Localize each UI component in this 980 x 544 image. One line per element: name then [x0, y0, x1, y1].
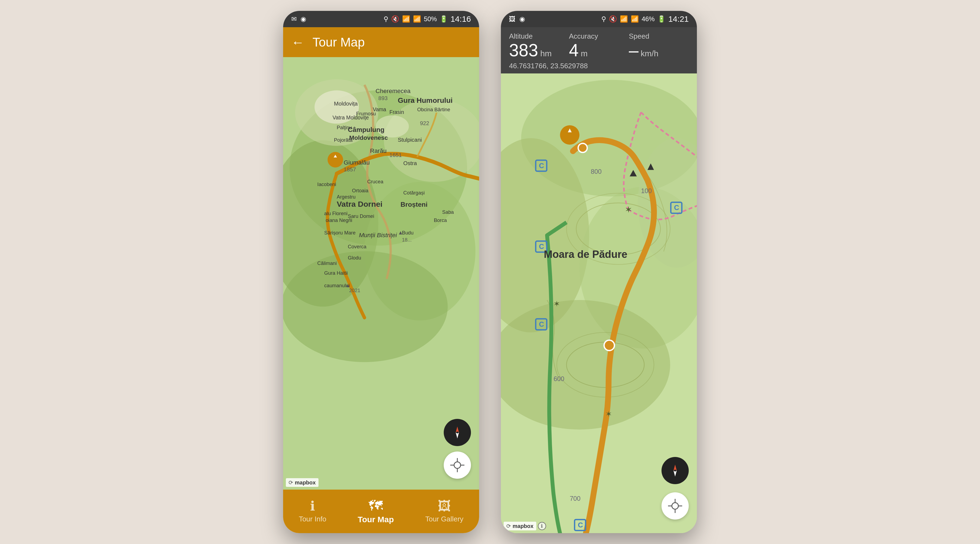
time-left: 14:16 [450, 14, 471, 24]
svg-text:Cheremecea: Cheremecea [375, 88, 411, 95]
svg-text:Rarău: Rarău [370, 147, 387, 154]
nav-item-tour-gallery[interactable]: 🖼 Tour Gallery [425, 500, 463, 523]
wifi-icon-r: 📶 [620, 15, 628, 23]
svg-text:✶: ✶ [605, 410, 612, 418]
svg-text:100: 100 [641, 187, 652, 195]
locate-button-right[interactable] [662, 492, 689, 520]
status-icons-left: ✉ ◉ [291, 15, 306, 23]
svg-text:C: C [539, 162, 544, 170]
signal-icon-r: 📶 [631, 15, 639, 23]
altitude-number: 383 [509, 41, 538, 59]
svg-text:Saba: Saba [442, 209, 454, 215]
accuracy-unit: m [581, 49, 588, 58]
svg-text:✶: ✶ [625, 205, 632, 215]
app-header-left: ← Tour Map [283, 27, 479, 57]
svg-text:1651: 1651 [390, 152, 402, 158]
accuracy-col: Accuracy 4 m [569, 32, 629, 59]
svg-text:922: 922 [420, 120, 429, 126]
profile-icon-r: ◉ [519, 15, 525, 23]
wifi-icon: 📶 [402, 15, 410, 23]
battery-icon-r: 🔋 [657, 15, 666, 23]
svg-text:Gura Haitii: Gura Haitii [324, 270, 348, 276]
location-icon: ⚲ [383, 15, 388, 23]
mapbox-attribution-left: ⟳ mapbox [286, 478, 318, 487]
svg-text:Ortoaia: Ortoaia [352, 188, 369, 193]
svg-text:Sărișoru Mare: Sărișoru Mare [324, 230, 356, 236]
svg-text:Moldovița: Moldovița [334, 101, 358, 106]
status-bar-left: ✉ ◉ ⚲ 🔇 📶 📶 50% 🔋 14:16 [283, 11, 479, 27]
svg-text:C: C [539, 243, 544, 251]
battery-pct-r: 46% [642, 15, 655, 23]
svg-text:alu Floreni: alu Floreni [324, 211, 348, 216]
compass-button-right[interactable] [662, 457, 689, 484]
svg-text:Moldovenesc: Moldovenesc [349, 134, 388, 141]
svg-text:Ostra: Ostra [403, 160, 417, 167]
tour-gallery-label: Tour Gallery [425, 515, 463, 523]
stats-header: Altitude 383 hm Accuracy 4 m Speed – km/… [501, 27, 697, 73]
svg-text:Munții Bistriței: Munții Bistriței [359, 232, 397, 239]
tour-map-label: Tour Map [358, 515, 394, 524]
svg-text:18...: 18... [402, 237, 412, 243]
svg-text:Coverca: Coverca [348, 244, 367, 249]
bottom-nav-left: ℹ Tour Info 🗺 Tour Map 🖼 Tour Gallery [283, 490, 479, 533]
svg-text:Gura Humorului: Gura Humorului [398, 96, 453, 105]
svg-text:893: 893 [379, 95, 388, 101]
svg-text:Borca: Borca [434, 217, 447, 223]
tour-info-label: Tour Info [299, 515, 326, 523]
location-icon-r: ⚲ [601, 15, 606, 23]
svg-text:Vama: Vama [373, 106, 386, 113]
mapbox-info-icon[interactable]: ℹ [538, 522, 546, 530]
altitude-unit: hm [540, 49, 552, 58]
tour-map-icon: 🗺 [369, 499, 383, 513]
speed-label: Speed [629, 32, 689, 41]
mute-icon: 🔇 [391, 15, 399, 23]
svg-text:Broșteni: Broșteni [401, 201, 427, 208]
svg-point-59 [454, 462, 461, 468]
nav-item-tour-map[interactable]: 🗺 Tour Map [358, 499, 394, 524]
compass-button-left[interactable] [444, 419, 471, 446]
svg-point-95 [578, 143, 587, 152]
accuracy-value: 4 m [569, 41, 629, 59]
svg-text:Șaru Domei: Șaru Domei [348, 213, 374, 219]
speed-value: – km/h [629, 41, 689, 59]
tour-info-icon: ℹ [310, 500, 315, 513]
stats-row: Altitude 383 hm Accuracy 4 m Speed – km/… [509, 32, 689, 59]
svg-point-96 [604, 340, 614, 351]
svg-text:Câmpulung: Câmpulung [348, 126, 384, 133]
back-button[interactable]: ← [291, 35, 304, 50]
map-area-left[interactable]: Cheremecea 893 Moldovița Vatra Moldovițe… [283, 57, 479, 490]
message-icon-r: 🖼 [509, 15, 515, 23]
svg-text:C: C [539, 320, 544, 328]
svg-text:Obcina Bărtine: Obcina Bărtine [417, 106, 450, 113]
svg-text:Frasin: Frasin [390, 109, 404, 115]
message-icon: ✉ [291, 15, 297, 23]
locate-button-left[interactable] [444, 452, 471, 479]
profile-icon: ◉ [301, 15, 306, 23]
page-title: Tour Map [312, 35, 365, 49]
svg-text:800: 800 [591, 168, 601, 175]
accuracy-number: 4 [569, 41, 579, 59]
svg-text:Iacobeni: Iacobeni [317, 181, 336, 187]
battery-icon-left: 🔋 [440, 15, 448, 23]
battery-left: 50% [424, 15, 437, 23]
svg-text:✶: ✶ [554, 300, 560, 308]
tour-gallery-icon: 🖼 [438, 500, 451, 513]
speed-unit: km/h [641, 49, 659, 58]
left-phone: ✉ ◉ ⚲ 🔇 📶 📶 50% 🔋 14:16 ← Tour Map [283, 11, 479, 533]
altitude-label: Altitude [509, 32, 569, 41]
svg-text:C: C [674, 203, 679, 212]
signal-icon: 📶 [413, 15, 421, 23]
map-area-right[interactable]: C C C C C ✶ ✶ ✶ 800 100 600 700 [501, 73, 697, 533]
status-icons-right: 🖼 ◉ [509, 15, 525, 23]
svg-text:1857: 1857 [344, 167, 356, 173]
nav-item-tour-info[interactable]: ℹ Tour Info [299, 500, 326, 523]
altitude-col: Altitude 383 hm [509, 32, 569, 59]
svg-text:Vatra Dornei: Vatra Dornei [337, 200, 382, 208]
mute-icon-r: 🔇 [609, 15, 617, 23]
svg-text:Budu: Budu [402, 230, 414, 236]
svg-text:600: 600 [554, 375, 564, 382]
altitude-value: 383 hm [509, 41, 569, 59]
speed-number: – [629, 41, 639, 59]
status-info-left: ⚲ 🔇 📶 📶 50% 🔋 14:16 [383, 14, 471, 24]
svg-text:Stulpicani: Stulpicani [398, 137, 422, 143]
